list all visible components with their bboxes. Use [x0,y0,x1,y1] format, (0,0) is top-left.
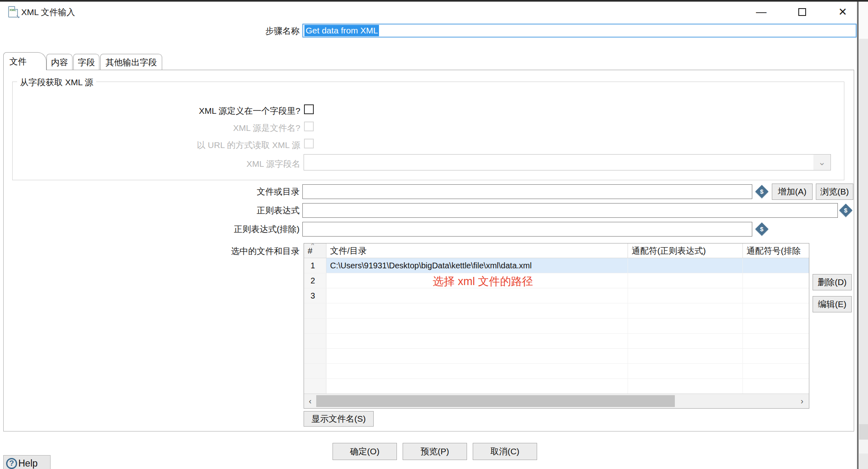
preview-button[interactable]: 预览(P) [403,443,467,460]
ok-button[interactable]: 确定(O) [333,443,397,460]
file-or-dir-label: 文件或目录 [177,186,300,197]
step-name-label: 步骤名称 [218,25,300,37]
title-bar[interactable]: XML ↘ XML 文件输入 — ✕ [0,2,857,19]
selected-files-label: 选中的文件和目录 [177,246,300,257]
table-row-empty[interactable] [304,349,809,364]
sort-ascending-icon: ^ [311,243,314,248]
minimize-button[interactable]: — [748,3,774,20]
background-window [859,0,868,469]
selected-files-table[interactable]: #^ 文件/目录 通配符(正则表达式) 通配符号(排除 1 C:\Users\9… [304,243,809,409]
minimize-icon: — [756,6,767,18]
chevron-down-icon: ⌄ [813,155,831,170]
xml-source-group-title: 从字段获取 XML 源 [17,77,96,88]
xml-file-icon: XML ↘ [8,6,18,18]
table-row[interactable]: 1 C:\Users\91931\Desktop\bigData\kettle\… [304,258,809,273]
scroll-left-icon[interactable]: ‹ [304,394,316,408]
xml-in-field-label: XML 源定义在一个字段里? [97,105,300,117]
maximize-button[interactable] [789,3,815,20]
step-name-input[interactable]: Get data from XML [302,24,857,38]
tab-files[interactable]: 文件 [3,52,46,70]
table-header: #^ 文件/目录 通配符(正则表达式) 通配符号(排除 [304,243,809,258]
step-name-value: Get data from XML [304,25,379,36]
background-window-band [859,0,868,39]
file-or-dir-input[interactable] [302,184,752,199]
table-row-empty[interactable] [304,319,809,334]
annotation-text: 选择 xml 文件的路径 [433,274,533,289]
xml-source-fieldname-label: XML 源字段名 [97,158,300,170]
xml-source-fieldname-combo: ⌄ [304,154,831,170]
regex-label: 正则表达式 [177,205,300,216]
maximize-icon [798,8,806,16]
tab-fields[interactable]: 字段 [73,54,99,70]
xml-read-url-checkbox [304,139,314,148]
table-row-empty[interactable] [304,303,809,319]
horizontal-scrollbar[interactable]: ‹ › [304,394,809,408]
col-header-wildcard[interactable]: 通配符(正则表达式) [628,243,743,258]
xml-in-field-checkbox[interactable] [304,104,314,114]
close-icon: ✕ [838,6,847,18]
table-row[interactable]: 3 [304,288,809,303]
regex-exclude-input[interactable] [302,222,752,237]
tab-other-output-fields[interactable]: 其他输出字段 [100,54,162,70]
xml-is-filename-label: XML 源是文件名? [97,122,300,134]
help-button[interactable]: ? Help [3,455,51,469]
delete-button[interactable]: 删除(D) [813,274,852,290]
dialog-border [857,0,859,469]
window-title: XML 文件输入 [21,7,75,18]
scroll-right-icon[interactable]: › [796,394,808,408]
table-row-empty[interactable] [304,379,809,394]
add-button[interactable]: 增加(A) [772,184,813,200]
help-icon: ? [6,458,17,469]
browse-button[interactable]: 浏览(B) [816,184,853,200]
regex-input[interactable] [302,203,838,218]
file-path-cell[interactable]: C:\Users\91931\Desktop\bigData\kettle\fi… [326,258,628,273]
col-header-file[interactable]: 文件/目录 [326,243,628,258]
background-window-band [859,440,868,454]
col-header-num[interactable]: #^ [304,243,326,258]
regex-exclude-label: 正则表达式(排除) [177,223,300,235]
show-filename-button[interactable]: 显示文件名(S) [304,411,374,427]
xml-read-url-label: 以 URL 的方式读取 XML 源 [97,139,300,151]
table-row-empty[interactable] [304,364,809,379]
close-button[interactable]: ✕ [830,3,856,20]
table-row-empty[interactable] [304,334,809,349]
table-row[interactable]: 2 [304,273,809,288]
col-header-wildcard-exclude[interactable]: 通配符号(排除 [743,243,809,258]
background-window-band [859,424,868,440]
xml-is-filename-checkbox [304,122,314,131]
scrollbar-thumb[interactable] [316,395,675,407]
edit-button[interactable]: 编辑(E) [813,296,852,312]
tab-content[interactable]: 内容 [46,54,73,70]
cancel-button[interactable]: 取消(C) [473,443,537,460]
